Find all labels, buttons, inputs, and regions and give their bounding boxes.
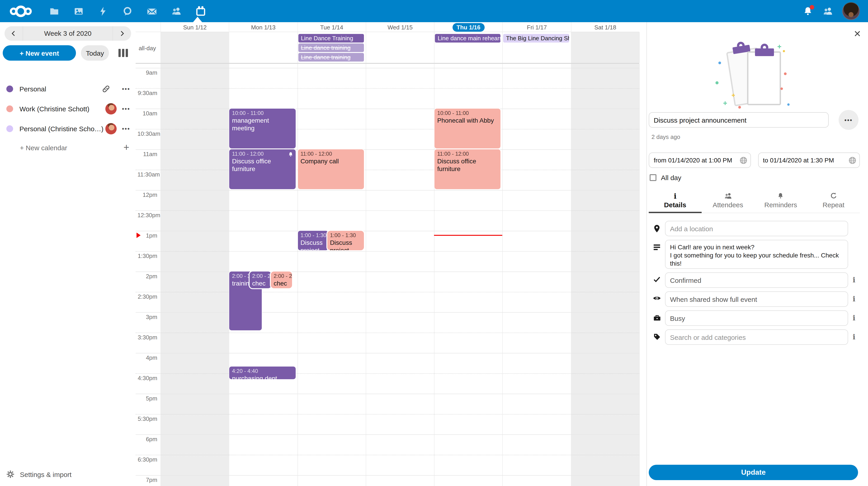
calendar-event[interactable]: 10:00 - 11:00management meeting [229, 109, 296, 148]
gear-icon [6, 470, 14, 478]
event-time-label: 11:00 - 12:00 [437, 151, 498, 158]
grid-line [135, 109, 639, 109]
event-title: Discuss office furniture [232, 158, 293, 173]
time-label: 6:30pm [135, 456, 160, 463]
all-day-checkbox-label: All day [661, 174, 681, 181]
tab-attendees[interactable]: Attendees [702, 190, 754, 213]
talk-icon[interactable] [122, 6, 133, 17]
allday-event[interactable]: Line dance main rehearsal [435, 34, 501, 42]
column-divider [366, 32, 366, 63]
reminder-bell-icon [754, 192, 807, 200]
files-icon[interactable] [49, 6, 60, 17]
calendar-event[interactable]: 2:00 - 2:30check-in [250, 271, 272, 288]
activity-icon[interactable] [98, 6, 108, 17]
week-title[interactable]: Week 3 of 2020 [23, 26, 113, 41]
calendar-menu-icon[interactable]: ••• [122, 85, 130, 92]
calendar-event[interactable]: 1:00 - 1:30Discuss project [327, 231, 364, 250]
mail-icon[interactable] [147, 6, 157, 17]
calendar-list-item[interactable]: Personal (Christine Scho…)••• [0, 119, 135, 139]
event-title: management meeting [232, 117, 293, 132]
event-time-label: 2:00 - 2:30 [274, 273, 289, 280]
description-textarea[interactable]: Hi Carl! are you in next week? I got som… [665, 240, 848, 269]
photos-icon[interactable] [73, 6, 84, 17]
day-label[interactable]: Tue 1/14 [320, 24, 343, 31]
calendar-menu-icon[interactable]: ••• [122, 125, 130, 132]
time-label: 11:30am [135, 171, 160, 178]
day-label[interactable]: Mon 1/13 [251, 24, 276, 31]
calendar-event[interactable]: 4:20 - 4:40purchasing dept [229, 367, 296, 379]
time-label: 2pm [135, 273, 160, 280]
current-time-line [434, 235, 502, 236]
calendar-event[interactable]: 11:00 - 12:00Discuss office furniture [229, 149, 296, 189]
calendar-menu-icon[interactable]: ••• [122, 105, 130, 112]
event-title: Discuss office furniture [437, 158, 498, 173]
contacts-icon[interactable] [171, 6, 182, 17]
tab-details[interactable]: i Details [649, 190, 702, 213]
all-day-checkbox[interactable] [650, 174, 656, 181]
contacts-menu-icon[interactable] [822, 6, 833, 17]
time-label: 7pm [135, 477, 160, 484]
top-bar [0, 0, 868, 22]
day-header-cell: Fri 1/17 [502, 22, 571, 32]
grid-line [135, 414, 639, 414]
grid-line [135, 475, 639, 476]
calendar-list-item[interactable]: Personal••• [0, 79, 135, 98]
end-datetime-input[interactable] [758, 152, 860, 168]
today-button[interactable]: Today [81, 45, 109, 61]
start-datetime-input[interactable] [649, 152, 751, 168]
event-title-input[interactable] [649, 112, 829, 127]
availability-select[interactable]: Busy [665, 310, 848, 326]
active-app-notch [193, 17, 202, 22]
attendees-icon [702, 192, 754, 200]
timezone-globe-icon[interactable] [848, 156, 856, 166]
grid-line [135, 373, 639, 374]
share-link-icon[interactable] [102, 84, 110, 93]
visibility-select[interactable]: When shared show full event [665, 291, 848, 307]
close-icon[interactable]: × [854, 29, 861, 38]
status-check-icon [649, 273, 665, 288]
event-menu-button[interactable]: ••• [839, 110, 859, 130]
event-title: check-in [252, 280, 269, 288]
time-label: 9am [135, 69, 160, 77]
nextcloud-calendar-app: Week 3 of 2020 + New event Today Persona… [0, 0, 868, 486]
sidebar-actions: + New event Today [3, 45, 131, 61]
settings-import-button[interactable]: Settings & import [0, 465, 135, 483]
allday-event[interactable]: The Big Line Dancing Show [503, 34, 569, 42]
user-avatar[interactable] [842, 2, 860, 20]
allday-event[interactable]: Line dance training [298, 44, 364, 52]
allday-event[interactable]: Line dance training [298, 53, 364, 61]
allday-event[interactable]: Line Dance Training [298, 34, 364, 42]
time-label: 6pm [135, 436, 160, 443]
availability-info-icon: i [848, 310, 860, 326]
view-mode-toggle-icon[interactable] [119, 49, 128, 57]
day-label[interactable]: Thu 1/16 [453, 23, 485, 31]
tab-repeat[interactable]: Repeat [807, 190, 860, 213]
notifications-bell-icon[interactable] [802, 6, 813, 17]
calendar-event[interactable]: 1:00 - 1:30Discuss project announcement [298, 231, 328, 250]
new-event-button[interactable]: + New event [3, 45, 76, 61]
day-label[interactable]: Wed 1/15 [388, 24, 413, 31]
nextcloud-logo[interactable] [9, 4, 34, 18]
calendar-event[interactable]: 11:00 - 12:00Discuss office furniture [434, 149, 501, 189]
time-grid[interactable]: 9am9:30am10am10:30am11am11:30am12pm12:30… [135, 64, 647, 486]
calendar-event[interactable]: 10:00 - 11:00Phonecall with Abby [434, 109, 501, 148]
new-calendar-button[interactable]: + New calendar + [0, 139, 135, 156]
categories-input[interactable] [665, 330, 848, 345]
calendar-event[interactable]: 11:00 - 12:00Company call [298, 149, 364, 189]
status-select[interactable]: Confirmed [665, 273, 848, 288]
calendar-event[interactable]: 2:00 - 2:30check-in [271, 271, 292, 288]
tab-reminders[interactable]: Reminders [754, 190, 807, 213]
next-week-button[interactable] [113, 26, 131, 41]
location-input[interactable] [665, 221, 848, 236]
calendar-icon[interactable] [195, 6, 206, 17]
update-button[interactable]: Update [649, 465, 858, 480]
day-label[interactable]: Sat 1/18 [594, 24, 616, 31]
day-header-cell: Mon 1/13 [229, 22, 298, 32]
timezone-globe-icon[interactable] [739, 156, 747, 166]
day-label[interactable]: Sun 1/12 [183, 24, 207, 31]
column-divider [502, 64, 503, 486]
grid-line [135, 353, 639, 353]
day-label[interactable]: Fri 1/17 [527, 24, 547, 31]
previous-week-button[interactable] [4, 26, 23, 41]
calendar-list-item[interactable]: Work (Christine Schott)••• [0, 98, 135, 119]
